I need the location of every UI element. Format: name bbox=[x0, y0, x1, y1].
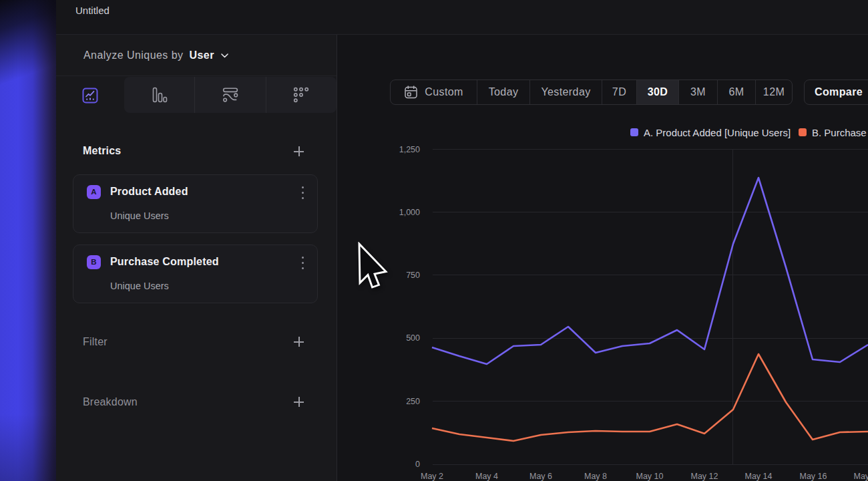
svg-text:750: 750 bbox=[406, 271, 420, 280]
svg-text:500: 500 bbox=[406, 333, 420, 343]
svg-text:May 2: May 2 bbox=[421, 472, 443, 481]
svg-text:May 8: May 8 bbox=[584, 472, 607, 481]
svg-text:May 12: May 12 bbox=[691, 472, 718, 481]
svg-text:May 14: May 14 bbox=[745, 472, 773, 481]
svg-text:May 18: May 18 bbox=[854, 472, 868, 481]
svg-text:1,000: 1,000 bbox=[399, 208, 420, 217]
svg-text:1,250: 1,250 bbox=[399, 145, 420, 154]
svg-text:May 4: May 4 bbox=[475, 472, 498, 481]
svg-text:250: 250 bbox=[406, 397, 420, 406]
svg-text:0: 0 bbox=[415, 460, 420, 469]
svg-text:May 6: May 6 bbox=[529, 472, 552, 481]
svg-text:May 16: May 16 bbox=[800, 472, 827, 481]
svg-text:May 10: May 10 bbox=[636, 472, 664, 481]
